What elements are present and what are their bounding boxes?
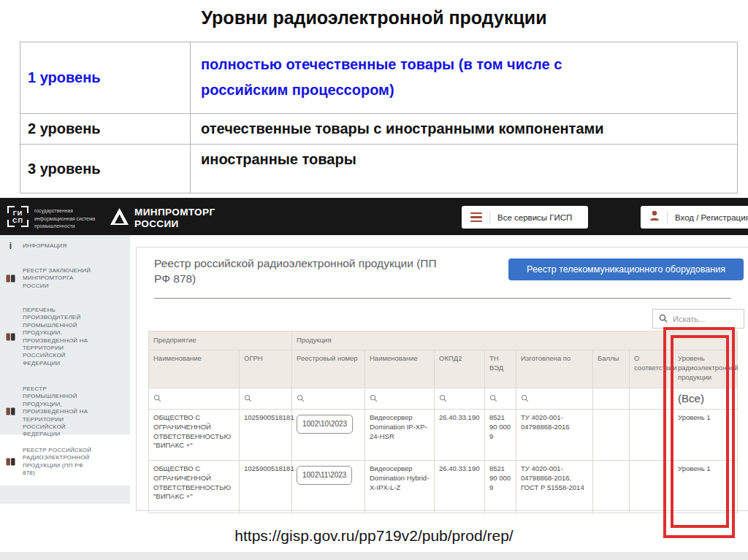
ministry-line1: МИНПРОМТОРГ (134, 207, 215, 218)
login-button[interactable]: Вход / Регистрация (641, 206, 748, 229)
col-header-okpd2: ОКПД2 (435, 350, 485, 388)
level-2-description: отечественные товары с иностранными комп… (191, 114, 737, 144)
levels-table: 1 уровень полностью отечественные товары… (20, 42, 738, 193)
filter-search-icon[interactable] (370, 392, 378, 405)
all-services-label: Все сервисы ГИСП (497, 213, 572, 222)
slide-canvas: Уровни радиоэлектронной продукции 1 уров… (0, 0, 748, 560)
info-icon: i (6, 241, 15, 251)
cell-tnved: 8521 90 000 9 (485, 410, 516, 461)
button-divider (667, 211, 668, 224)
gisp-logo: ГИ СП (7, 206, 28, 227)
group-header-product: Продукция (292, 331, 673, 350)
sidebar-item-radioelectronic-registry[interactable]: РЕЕСТР РОССИЙСКОЙ РАДИОЭЛЕКТРОННОЙ ПРОДУ… (0, 447, 130, 477)
book-icon (6, 331, 15, 344)
col-header-made-by: Изготовлена по (516, 350, 593, 388)
col-header-company-name: Наименование (149, 350, 240, 388)
gisp-logo-bottom: СП (12, 217, 23, 224)
search-icon (659, 312, 668, 326)
page-title: Реестр российской радиоэлектронной проду… (154, 256, 437, 287)
level-1-description: полностью отечественные товары (в том чи… (191, 42, 737, 113)
col-header-reg-number: Реестровый номер (292, 350, 365, 388)
cell-ogrn: 1025900518181 (240, 410, 292, 461)
group-header-enterprise: Предприятие (149, 331, 292, 350)
heading-divider (154, 298, 731, 299)
filter-search-icon[interactable] (521, 392, 529, 405)
sidebar: i ИНФОРМАЦИЯ РЕЕСТР ЗАКЛЮЧЕНИЙ МИНПРОМТО… (0, 235, 130, 504)
cell-product: Видеосервер Domination IP-XP-24-HSR (365, 410, 435, 461)
cell-made-by: ТУ 4020-001-04798868-2016, ГОСТ Р 51558-… (516, 461, 593, 513)
ministry-name: МИНПРОМТОРГ РОССИИ (134, 207, 215, 229)
book-icon (6, 272, 15, 285)
bottom-edge-strip (0, 552, 748, 560)
filter-search-icon[interactable] (489, 392, 497, 405)
level-3-label: 3 уровень (20, 145, 191, 193)
filter-search-icon[interactable] (297, 392, 305, 405)
sidebar-item-label: ИНФОРМАЦИЯ (23, 242, 96, 250)
reg-number-link[interactable]: 1002\11\2023 (297, 466, 352, 485)
sidebar-item-industrial-products-registry[interactable]: РЕЕСТР ПРОМЫШЛЕННОЙ ПРОДУКЦИИ, ПРОИЗВЕДЕ… (0, 386, 130, 439)
book-icon (6, 456, 15, 469)
sidebar-item-label: РЕЕСТР ПРОМЫШЛЕННОЙ ПРОДУКЦИИ, ПРОИЗВЕДЕ… (23, 386, 96, 439)
sidebar-item-conclusions-registry[interactable]: РЕЕСТР ЗАКЛЮЧЕНИЙ МИНПРОМТОРГА РОССИИ (0, 267, 130, 290)
levels-row-3: 3 уровень иностранные товары (20, 145, 737, 193)
hamburger-icon (470, 212, 482, 223)
button-divider (489, 211, 490, 224)
sidebar-item-label: ПЕРЕЧЕНЬ ПРОИЗВОДИТЕЛЕЙ ПРОМЫШЛЕННОЙ ПРО… (23, 307, 96, 367)
sidebar-item-information[interactable]: i ИНФОРМАЦИЯ (0, 241, 130, 251)
page-title-line1: Реестр российской радиоэлектронной проду… (154, 256, 437, 272)
table-row: ОБЩЕСТВО С ОГРАНИЧЕННОЙ ОТВЕТСТВЕННОСТЬЮ… (149, 410, 738, 461)
cell-company: ОБЩЕСТВО С ОГРАНИЧЕННОЙ ОТВЕТСТВЕННОСТЬЮ… (149, 410, 240, 461)
book-icon (6, 405, 15, 418)
filter-search-icon[interactable] (439, 392, 447, 405)
col-header-points: Баллы (593, 350, 630, 388)
level-3-description: иностранные товары (191, 145, 737, 193)
cell-points (593, 410, 630, 461)
group-header-row: Предприятие Продукция (149, 331, 738, 350)
registry-table: Предприятие Продукция Наименование ОГРН … (148, 331, 738, 513)
level-1-label: 1 уровень (20, 42, 191, 113)
level-2-label: 2 уровень (20, 114, 191, 144)
search-placeholder: Искать... (673, 315, 705, 323)
sidebar-item-producers-list[interactable]: ПЕРЕЧЕНЬ ПРОИЗВОДИТЕЛЕЙ ПРОМЫШЛЕННОЙ ПРО… (0, 307, 130, 367)
filter-search-icon[interactable] (153, 392, 161, 405)
level-1-description-line2: российским процессором) (201, 77, 737, 103)
cell-okpd2: 26.40.33.190 (435, 410, 485, 461)
col-header-tnved: ТН ВЭД (485, 350, 516, 388)
sidebar-item-label: РЕЕСТР ЗАКЛЮЧЕНИЙ МИНПРОМТОРГА РОССИИ (23, 267, 96, 290)
level-1-description-line1: полностью отечественные товары (в том чи… (201, 52, 737, 77)
cell-company: ОБЩЕСТВО С ОГРАНИЧЕННОЙ ОТВЕТСТВЕННОСТЬЮ… (149, 461, 240, 513)
user-icon (649, 210, 660, 224)
cell-product: Видеосервер Domination Hybrid-X-IPX-L-Z (365, 461, 435, 513)
slide-title: Уровни радиоэлектронной продукции (0, 7, 748, 28)
sidebar-item-label: РЕЕСТР РОССИЙСКОЙ РАДИОЭЛЕКТРОННОЙ ПРОДУ… (23, 447, 96, 477)
cell-tnved: 8521 90 000 9 (485, 461, 516, 513)
site-header-bar: ГИ СП государственная информационная сис… (0, 198, 748, 235)
login-label: Вход / Регистрация (675, 213, 748, 222)
cell-okpd2: 26.40.33.190 (435, 461, 485, 513)
gisp-logo-top: ГИ (13, 210, 23, 217)
cell-points (593, 461, 630, 513)
reg-number-link[interactable]: 1002\10\2023 (297, 415, 353, 434)
column-header-row: Наименование ОГРН Реестровый номер Наиме… (149, 350, 738, 388)
telecom-registry-button[interactable]: Реестр телекоммуникационного оборудовани… (508, 258, 744, 280)
filter-search-icon[interactable] (244, 392, 252, 405)
main-panel: Реестр российской радиоэлектронной проду… (136, 247, 748, 511)
col-header-ogrn: ОГРН (240, 350, 292, 388)
highlight-rectangle-inner (671, 335, 729, 528)
ministry-line2: РОССИИ (134, 218, 215, 230)
gisp-caption: государственная информационная система п… (34, 207, 104, 231)
minpromtorg-logo-icon (110, 207, 129, 229)
all-services-button[interactable]: Все сервисы ГИСП (462, 206, 588, 229)
search-input[interactable]: Искать... (652, 309, 744, 329)
cell-ogrn: 1025900518181 (240, 461, 292, 513)
page-title-line2: РФ 878) (154, 272, 437, 287)
cell-made-by: ТУ 4020-001-04798868-2016 (516, 410, 593, 461)
table-row: ОБЩЕСТВО С ОГРАНИЧЕННОЙ ОТВЕТСТВЕННОСТЬЮ… (149, 461, 738, 513)
levels-row-1: 1 уровень полностью отечественные товары… (20, 42, 737, 114)
filter-row: (Все) (149, 388, 738, 410)
col-header-product-name: Наименование (365, 350, 435, 388)
levels-row-2: 2 уровень отечественные товары с иностра… (20, 114, 737, 145)
source-url: https://gisp.gov.ru/pp719v2/pub/prod/rep… (0, 527, 748, 545)
